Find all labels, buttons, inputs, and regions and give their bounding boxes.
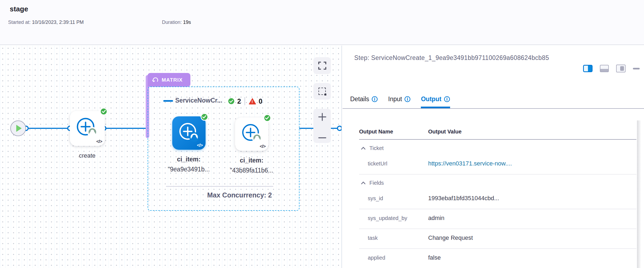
- marquee-select-icon: [318, 88, 326, 95]
- collapse-minus-icon[interactable]: [163, 100, 173, 102]
- output-name: ticketUrl: [359, 161, 428, 167]
- output-value: Change Request: [428, 234, 636, 241]
- code-badge: </>: [96, 139, 102, 144]
- success-badge: [100, 108, 108, 115]
- tab-output[interactable]: Output: [421, 95, 450, 107]
- table-row: ticketUrl https://ven03171.service-now..…: [359, 155, 636, 174]
- tab-details[interactable]: Details: [350, 95, 378, 107]
- step-tabs: Details Input Output: [350, 95, 450, 107]
- output-name: task: [359, 235, 428, 241]
- info-icon[interactable]: [444, 96, 450, 102]
- step-details-panel: Step: ServiceNowCreate_1_9ea9e3491bb9711…: [343, 46, 644, 268]
- success-badge: [264, 114, 271, 122]
- duration-label: Duration:: [162, 20, 182, 25]
- pipeline-canvas[interactable]: </> create MATRIX ServiceNowCr... 2: [0, 46, 342, 268]
- code-badge: </>: [197, 143, 203, 148]
- output-value: false: [428, 254, 636, 261]
- pipeline-start-node: [10, 120, 26, 136]
- tab-input[interactable]: Input: [388, 95, 411, 107]
- matrix-step-name[interactable]: ServiceNowCr...: [175, 97, 222, 104]
- matrix-step-node-1[interactable]: </>: [172, 116, 206, 150]
- matrix-group-box[interactable]: ServiceNowCr... 2 0: [148, 87, 300, 211]
- layout-right-panel-icon[interactable]: [583, 65, 593, 72]
- step-heading-name: ServiceNowCreate_1_9ea9e3491bb971100269a…: [371, 54, 549, 61]
- fail-count: 0: [259, 97, 262, 105]
- ci-item-label: ci_item:: [160, 156, 217, 163]
- chevron-up-icon[interactable]: [361, 181, 366, 184]
- started-at-value: 10/16/2023, 2:39:11 PM: [32, 20, 84, 25]
- ticket-url-link[interactable]: https://ven03171.service-now....: [428, 160, 636, 167]
- output-table: Output Name Output Value Ticket ticketUr…: [359, 127, 636, 268]
- output-value: 1993ebaf1bfd351044cbd...: [428, 195, 636, 202]
- max-concurrency-label: Max Concurrency: 2: [207, 191, 272, 199]
- warning-triangle-icon: [249, 98, 256, 104]
- column-output-value: Output Value: [428, 129, 636, 135]
- table-row: task Change Request: [359, 229, 636, 249]
- fullscreen-button[interactable]: [313, 57, 331, 74]
- tabs-divider: [343, 108, 644, 109]
- output-name: applied: [359, 255, 428, 261]
- fullscreen-icon: [318, 62, 326, 70]
- duration-value: 19s: [183, 20, 191, 25]
- column-output-name: Output Name: [359, 129, 428, 135]
- plus-icon[interactable]: [318, 113, 327, 121]
- table-row: sys_updated_by admin: [359, 209, 636, 229]
- step-label-create: create: [60, 152, 114, 159]
- matrix-badge-label: MATRIX: [162, 77, 183, 83]
- table-row: applied false: [359, 249, 636, 268]
- minus-icon[interactable]: [318, 136, 327, 139]
- info-icon[interactable]: [372, 96, 378, 102]
- matrix-step-node-2[interactable]: </>: [235, 117, 268, 151]
- step-heading-label: Step:: [354, 54, 369, 61]
- duration: Duration: 19s: [162, 20, 191, 25]
- matrix-badge: MATRIX: [148, 73, 190, 87]
- started-at-label: Started at:: [8, 20, 31, 25]
- check-circle-icon: [228, 98, 235, 105]
- started-at: Started at: 10/16/2023, 2:39:11 PM: [8, 20, 84, 25]
- success-badge: [201, 113, 208, 121]
- ci-item-label: ci_item:: [223, 157, 280, 164]
- table-row: sys_id 1993ebaf1bfd351044cbd...: [359, 189, 636, 209]
- collapse-panel-icon[interactable]: [633, 68, 640, 69]
- ci-item-value: "43b89fa11b6...: [223, 167, 280, 174]
- connector-port: [337, 126, 342, 131]
- tab-input-label: Input: [388, 95, 402, 103]
- layout-bottom-panel-icon[interactable]: [600, 65, 609, 72]
- info-icon[interactable]: [404, 96, 411, 102]
- chevron-up-icon[interactable]: [361, 147, 366, 150]
- tab-details-label: Details: [350, 95, 369, 103]
- section-ticket-label: Ticket: [369, 145, 384, 151]
- step-node-create[interactable]: </>: [70, 111, 105, 146]
- marquee-select-button[interactable]: [313, 83, 331, 100]
- output-name: sys_updated_by: [359, 215, 428, 221]
- loop-icon: [152, 77, 159, 83]
- matrix-status-counts: 2 0: [228, 95, 262, 107]
- output-value: admin: [428, 215, 636, 222]
- matrix-item-2: </> ci_item: "43b89fa11b6...: [223, 117, 280, 174]
- count-separator: [245, 97, 245, 105]
- matrix-item-1: </> ci_item: "9ea9e3491b...: [160, 116, 217, 173]
- tab-output-label: Output: [421, 95, 441, 103]
- stage-header: stage Started at: 10/16/2023, 2:39:11 PM…: [0, 0, 644, 45]
- output-name: sys_id: [359, 195, 428, 202]
- success-count: 2: [237, 97, 241, 105]
- panel-scroll-gutter: [637, 120, 644, 268]
- step-heading: Step: ServiceNowCreate_1_9ea9e3491bb9711…: [354, 53, 587, 63]
- code-badge: </>: [260, 144, 266, 149]
- play-icon: [16, 125, 22, 132]
- zoom-control[interactable]: [313, 109, 331, 143]
- section-ticket[interactable]: Ticket: [359, 140, 636, 155]
- section-fields[interactable]: Fields: [359, 174, 636, 189]
- panel-layout-controls: [583, 65, 640, 72]
- pipeline-execution-page: stage Started at: 10/16/2023, 2:39:11 PM…: [0, 0, 644, 268]
- stage-title: stage: [10, 5, 28, 13]
- output-table-header: Output Name Output Value: [359, 127, 636, 140]
- connector-edge: [105, 128, 148, 129]
- ci-item-value: "9ea9e3491b...: [160, 166, 217, 173]
- matrix-divider: [166, 186, 273, 187]
- layout-floating-panel-icon[interactable]: [616, 65, 626, 72]
- section-fields-label: Fields: [369, 180, 384, 186]
